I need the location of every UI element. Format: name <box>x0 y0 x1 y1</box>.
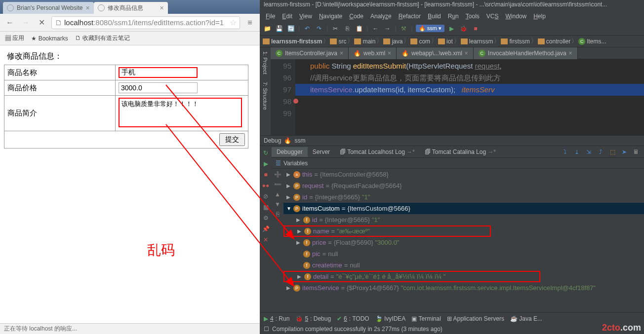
run-config-select[interactable]: 🔥 ssm ▾ <box>416 25 444 32</box>
rerun-icon[interactable]: ↻ <box>262 149 270 157</box>
bc-iot[interactable]: iot <box>438 38 453 45</box>
settings-icon[interactable]: ⚙ <box>262 214 270 222</box>
remove-watch-icon[interactable]: ➖ <box>274 181 282 188</box>
menu-help[interactable]: Help <box>530 12 549 21</box>
menu-view[interactable]: View <box>296 12 315 21</box>
resume-icon[interactable]: ▶ <box>262 160 270 168</box>
step-into-icon[interactable]: ⤓ <box>573 148 581 156</box>
tab-invocable[interactable]: CInvocableHandlerMethod.java× <box>474 47 578 59</box>
menu-tools[interactable]: Tools <box>463 12 483 21</box>
menu-code[interactable]: Code <box>346 12 366 21</box>
tab-project[interactable]: 1: Project <box>261 49 269 76</box>
tab-webxml2[interactable]: 🔥webapp\...\web.xml× <box>397 47 474 59</box>
menu-build[interactable]: Build <box>425 12 444 21</box>
menu-vcs[interactable]: VCS <box>483 12 502 21</box>
var-ic-name[interactable]: ▶fname = "æ‰‹æœº" <box>283 225 491 237</box>
bc-class[interactable]: CItems... <box>578 38 606 45</box>
bc-controller[interactable]: controller <box>538 38 570 45</box>
layout-icon[interactable]: ▦ <box>262 203 270 211</box>
bc-firstssm[interactable]: firstssm <box>501 38 529 45</box>
apps-shortcut[interactable]: ▦ 应用 <box>5 34 24 42</box>
breakpoints-icon[interactable]: ●● <box>262 182 270 189</box>
copy-icon[interactable]: ⎘ <box>343 24 352 33</box>
forward-icon[interactable]: → <box>383 24 392 33</box>
var-itemscustom[interactable]: ▼PitemsCustom = {ItemsCustom@5666} <box>283 203 644 214</box>
var-ic-price[interactable]: ▶fprice = {Float@5690} "3000.0" <box>283 237 644 248</box>
menu-navigate[interactable]: Navigate <box>316 12 345 21</box>
back-button[interactable]: ← <box>4 17 16 29</box>
open-icon[interactable]: 📁 <box>263 24 272 33</box>
menu-file[interactable]: File <box>263 12 278 21</box>
down-icon[interactable]: ▼ <box>274 200 282 208</box>
up-icon[interactable]: ▲ <box>274 190 282 198</box>
dtab-localhost-log[interactable]: 🗐 Tomcat Localhost Log→* <box>335 147 420 157</box>
tab-edit-items[interactable]: 修改商品信息 × <box>94 2 168 14</box>
var-id[interactable]: ▶Pid = {Integer@5665} "1" <box>283 191 644 203</box>
tab-structure[interactable]: 7: Structure <box>261 80 269 112</box>
items-detail-input[interactable]: 该电脑质量非常好！！！！ <box>119 98 242 127</box>
stop-icon[interactable]: ■ <box>471 24 480 33</box>
var-request[interactable]: ▶Prequest = {RequestFacade@5664} <box>283 180 644 191</box>
tw-appservers[interactable]: ⊞ Application Servers <box>447 315 504 322</box>
pin-icon[interactable]: 📌 <box>262 225 270 233</box>
tw-todo[interactable]: ✔ 6: TODO <box>337 315 369 322</box>
dtab-debugger[interactable]: Debugger <box>272 147 308 157</box>
step-over-icon[interactable]: ⤵ <box>561 148 569 156</box>
save-icon[interactable]: 💾 <box>275 24 283 33</box>
run-cursor-icon[interactable]: ➤ <box>620 148 628 156</box>
url-input[interactable]: 🗋 localhost :8080 /ssm1/items/editItems.… <box>51 16 240 29</box>
dtab-server[interactable]: Server <box>308 147 335 157</box>
stop-icon[interactable]: ■ <box>262 171 270 179</box>
build-icon[interactable]: ⚒ <box>400 24 408 33</box>
close-icon[interactable]: × <box>160 4 163 12</box>
copy-icon[interactable]: ⎘ <box>274 210 282 218</box>
paste-icon[interactable]: 📋 <box>355 24 363 33</box>
sync-icon[interactable]: 🔄 <box>286 24 295 33</box>
var-ic-createtime[interactable]: fcreatetime = null <box>283 260 644 271</box>
back-icon[interactable]: ← <box>371 24 380 33</box>
variables-tree[interactable]: ▶≡this = {ItemsController@5658} ▶Preques… <box>283 169 644 312</box>
undo-icon[interactable]: ↶ <box>303 24 312 33</box>
menu-run[interactable]: Run <box>445 12 462 21</box>
var-ic-detail[interactable]: ▶fdetail = "è¯¥ç"µè„'è´¨é‡ é å¸¸å¥½ï¼ ï¼… <box>283 271 540 282</box>
tw-debug[interactable]: 🐞 5: Debug <box>295 315 331 322</box>
add-watch-icon[interactable]: ➕ <box>274 171 282 179</box>
close-icon[interactable]: × <box>569 50 572 57</box>
bookmark-star-icon[interactable]: ☆ <box>230 18 237 27</box>
code-editor[interactable]: 9596979899 public String editItemsSubmit… <box>271 59 644 135</box>
close-icon[interactable]: × <box>465 50 468 57</box>
var-itemsservice[interactable]: ▶PitemsService = {$Proxy14@5667} "com.io… <box>283 282 644 294</box>
submit-button[interactable]: 提交 <box>219 133 245 146</box>
items-price-input[interactable] <box>119 82 198 93</box>
redo-icon[interactable]: ↷ <box>315 24 323 33</box>
run-icon[interactable]: ▶ <box>447 24 456 33</box>
bc-com[interactable]: com <box>410 38 430 45</box>
close-icon[interactable]: ✕ <box>262 236 270 244</box>
var-this[interactable]: ▶≡this = {ItemsController@5658} <box>283 169 644 180</box>
bc-main[interactable]: main <box>354 38 375 45</box>
tw-terminal[interactable]: ▣ Terminal <box>411 315 441 322</box>
status-checkbox[interactable]: ☐ <box>264 326 269 333</box>
debug-icon[interactable]: 🐞 <box>459 24 468 33</box>
menu-refactor[interactable]: Refactor <box>396 12 424 21</box>
tw-javaee[interactable]: ☕ Java E... <box>510 315 542 322</box>
menu-analyze[interactable]: Analyze <box>367 12 395 21</box>
close-icon[interactable]: × <box>85 4 89 12</box>
bc-src[interactable]: src <box>330 38 346 45</box>
tw-run[interactable]: ▶ 4: Run <box>264 315 289 322</box>
youdao-shortcut[interactable]: 🗋 收藏到有道云笔记 <box>75 34 130 42</box>
tab-webxml[interactable]: 🔥web.xml× <box>349 47 397 59</box>
menu-window[interactable]: Window <box>502 12 529 21</box>
eval-icon[interactable]: 🖩 <box>632 148 640 156</box>
mute-icon[interactable]: ⊘ <box>262 192 270 200</box>
items-name-input[interactable] <box>119 67 198 78</box>
bc-learnssm[interactable]: learnssm <box>461 38 493 45</box>
bookmarks-shortcut[interactable]: ★ Bookmarks <box>31 35 68 42</box>
cut-icon[interactable]: ✂ <box>331 24 340 33</box>
force-step-icon[interactable]: ⇲ <box>585 148 593 156</box>
bc-java[interactable]: java <box>383 38 402 45</box>
var-ic-pic[interactable]: fpic = null <box>283 248 644 260</box>
drop-frame-icon[interactable]: ⬚ <box>608 148 616 156</box>
close-icon[interactable]: × <box>388 50 391 57</box>
var-ic-id[interactable]: ▶fid = {Integer@5665} "1" <box>283 214 644 225</box>
